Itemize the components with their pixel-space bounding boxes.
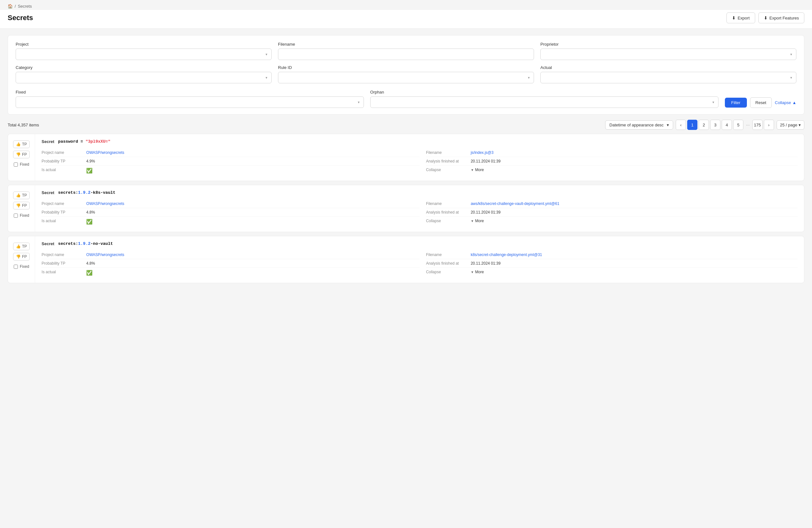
category-select[interactable]: ▾ bbox=[16, 72, 272, 83]
field-actual-3: Is actual ✅ bbox=[42, 268, 419, 278]
field-project-3: Project name OWASP/wrongsecrets bbox=[42, 251, 419, 259]
fixed-checkbox-2[interactable]: Fixed bbox=[14, 213, 29, 218]
next-page-button[interactable]: › bbox=[764, 120, 774, 130]
filename-label-3: Filename bbox=[426, 253, 471, 257]
page-last-button[interactable]: 175 bbox=[752, 120, 763, 130]
filename-label-1: Filename bbox=[426, 151, 471, 155]
is-actual-value-1: ✅ bbox=[86, 168, 92, 174]
filename-label: Filename bbox=[278, 42, 534, 47]
fixed-select[interactable]: ▾ bbox=[16, 96, 364, 108]
thumbs-up-icon-3: 👍 bbox=[16, 244, 21, 249]
filter-group-fixed: Fixed ▾ bbox=[16, 90, 364, 108]
sort-chevron-icon: ▾ bbox=[667, 123, 669, 127]
page-1-button[interactable]: 1 bbox=[687, 120, 697, 130]
tp-button-1[interactable]: 👍 TP bbox=[13, 141, 30, 148]
analysis-value-3: 20.11.2024 01:39 bbox=[471, 261, 501, 266]
project-name-value-1[interactable]: OWASP/wrongsecrets bbox=[86, 151, 124, 155]
orphan-label: Orphan bbox=[370, 90, 719, 95]
more-button-3[interactable]: ▼ More bbox=[471, 270, 484, 274]
filter-row-2: Category ▾ Rule ID ▾ Actual ▾ bbox=[16, 65, 796, 83]
filename-value-2[interactable]: aws/k8s/secret-challenge-vault-deploymen… bbox=[471, 201, 560, 206]
field-filename-2: Filename aws/k8s/secret-challenge-vault-… bbox=[426, 200, 798, 208]
page-2-button[interactable]: 2 bbox=[699, 120, 709, 130]
secret-title-row-3: Secret secrets:1.9.2-no-vault bbox=[42, 241, 798, 246]
chevron-up-icon: ▲ bbox=[792, 100, 796, 105]
field-prob-3: Probability TP 4.8% bbox=[42, 259, 419, 268]
secret-card-1: 👍 TP 👎 FP Fixed Secret password = "3pl9x… bbox=[8, 134, 804, 181]
field-project-1: Project name OWASP/wrongsecrets bbox=[42, 148, 419, 157]
thumbs-down-icon-3: 👎 bbox=[16, 254, 21, 259]
fp-label-3: FP bbox=[22, 254, 27, 259]
results-right: Datetime of appearance desc ▾ ‹ 1 2 3 4 … bbox=[605, 120, 804, 130]
triangle-icon-2: ▼ bbox=[471, 219, 474, 223]
fp-button-3[interactable]: 👎 FP bbox=[13, 253, 30, 260]
main-content: Project ▾ Filename Proprietor ▾ Categ bbox=[0, 29, 812, 294]
secret-version-2: 1.9.2 bbox=[78, 190, 91, 195]
filter-button[interactable]: Filter bbox=[725, 98, 747, 108]
page-5-button[interactable]: 5 bbox=[733, 120, 743, 130]
page-4-button[interactable]: 4 bbox=[722, 120, 732, 130]
breadcrumb-current: Secrets bbox=[18, 4, 32, 9]
project-select[interactable]: ▾ bbox=[16, 48, 272, 60]
collapse-label: Collapse bbox=[775, 100, 791, 105]
proprietor-select[interactable]: ▾ bbox=[540, 48, 796, 60]
fp-button-1[interactable]: 👎 FP bbox=[13, 151, 30, 158]
tp-label-2: TP bbox=[22, 193, 27, 198]
tp-label-3: TP bbox=[22, 244, 27, 249]
actual-select[interactable]: ▾ bbox=[540, 72, 796, 83]
results-bar: Total 4,357 items Datetime of appearance… bbox=[8, 120, 804, 130]
secret-grid-1: Project name OWASP/wrongsecrets Probabil… bbox=[42, 148, 798, 175]
filename-value-1[interactable]: js/index.js@3 bbox=[471, 151, 494, 155]
chevron-down-icon: ▾ bbox=[265, 52, 267, 57]
fixed-checkbox-1[interactable]: Fixed bbox=[14, 162, 29, 167]
page-3-button[interactable]: 3 bbox=[710, 120, 721, 130]
prob-tp-value-3: 4.8% bbox=[86, 261, 95, 266]
rule-id-select[interactable]: ▾ bbox=[278, 72, 534, 83]
secret-value-1: password = "3pl9xXU=" bbox=[58, 139, 111, 144]
sort-select[interactable]: Datetime of appearance desc ▾ bbox=[605, 120, 673, 130]
export-features-button[interactable]: ⬇ Export Features bbox=[758, 12, 804, 23]
secret-title-row-2: Secret secrets:1.9.2-k8s-vault bbox=[42, 190, 798, 195]
home-icon[interactable]: 🏠 bbox=[8, 4, 13, 9]
secret-str-value-1: "3pl9xXU=" bbox=[86, 139, 111, 144]
secret-body-2: Secret secrets:1.9.2-k8s-vault Project n… bbox=[35, 185, 804, 232]
collapse-label-1: Collapse bbox=[426, 168, 471, 172]
filename-value-3[interactable]: k8s/secret-challenge-deployment.yml@31 bbox=[471, 253, 542, 257]
secret-type-1: Secret bbox=[42, 139, 54, 144]
prob-tp-label-3: Probability TP bbox=[42, 261, 86, 266]
fixed-input-1[interactable] bbox=[14, 162, 18, 167]
secret-card-inner-3: 👍 TP 👎 FP Fixed Secret secrets:1.9.2-no-… bbox=[8, 236, 804, 283]
secret-right-col-3: Filename k8s/secret-challenge-deployment… bbox=[420, 251, 798, 278]
secret-left-col-1: Project name OWASP/wrongsecrets Probabil… bbox=[42, 148, 419, 175]
filter-actions-group: Filter Reset Collapse ▲ bbox=[725, 88, 796, 108]
fp-button-2[interactable]: 👎 FP bbox=[13, 202, 30, 210]
project-name-value-2[interactable]: OWASP/wrongsecrets bbox=[86, 201, 124, 206]
filename-label-2: Filename bbox=[426, 201, 471, 206]
tp-button-3[interactable]: 👍 TP bbox=[13, 243, 30, 250]
more-button-2[interactable]: ▼ More bbox=[471, 219, 484, 223]
project-name-label-1: Project name bbox=[42, 151, 86, 155]
analysis-value-2: 20.11.2024 01:39 bbox=[471, 210, 501, 215]
fixed-checkbox-3[interactable]: Fixed bbox=[14, 264, 29, 269]
prev-page-button[interactable]: ‹ bbox=[676, 120, 686, 130]
orphan-select[interactable]: ▾ bbox=[370, 96, 719, 108]
collapse-button[interactable]: Collapse ▲ bbox=[775, 100, 796, 105]
filename-input[interactable] bbox=[278, 48, 534, 60]
secret-grid-2: Project name OWASP/wrongsecrets Probabil… bbox=[42, 200, 798, 227]
field-analysis-1: Analysis finished at 20.11.2024 01:39 bbox=[426, 157, 798, 166]
per-page-chevron-icon: ▾ bbox=[799, 123, 801, 127]
project-name-value-3[interactable]: OWASP/wrongsecrets bbox=[86, 253, 124, 257]
tp-button-2[interactable]: 👍 TP bbox=[13, 191, 30, 199]
prob-tp-value-1: 4.9% bbox=[86, 159, 95, 163]
filter-group-filename: Filename bbox=[278, 42, 534, 60]
reset-button[interactable]: Reset bbox=[750, 97, 772, 108]
more-text-3: More bbox=[475, 270, 484, 274]
export-button[interactable]: ⬇ Export bbox=[726, 12, 755, 23]
more-button-1[interactable]: ▼ More bbox=[471, 168, 484, 172]
fixed-input-2[interactable] bbox=[14, 214, 18, 218]
prob-tp-label-1: Probability TP bbox=[42, 159, 86, 163]
breadcrumb-sep: / bbox=[15, 4, 16, 9]
chevron-down-icon-3: ▾ bbox=[265, 76, 267, 80]
per-page-select[interactable]: 25 / page ▾ bbox=[777, 120, 804, 130]
fixed-input-3[interactable] bbox=[14, 265, 18, 269]
